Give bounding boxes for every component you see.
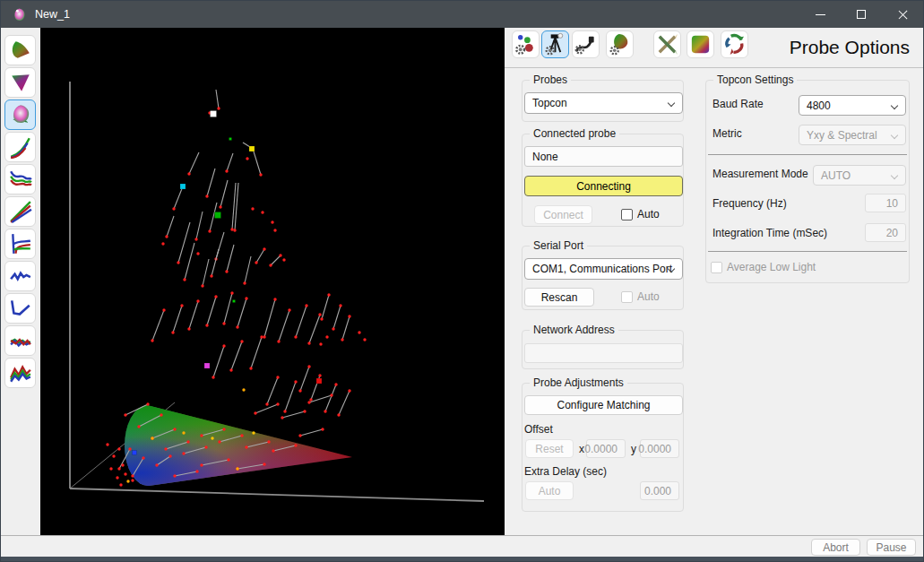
average-low-light-checkbox[interactable]: Average Low Light xyxy=(711,261,816,273)
network-address-group-label: Network Address xyxy=(530,324,618,336)
delay-auto-label: Auto xyxy=(539,485,561,497)
rescan-auto-checkbox[interactable]: Auto xyxy=(621,290,660,303)
integration-time-field[interactable]: 20 xyxy=(865,223,906,242)
serial-port-dropdown[interactable]: COM1, Communications Port xyxy=(524,258,683,280)
spike-curves-icon xyxy=(9,232,32,255)
rescan-button-label: Rescan xyxy=(541,291,578,304)
toolbar-gamut-gear[interactable] xyxy=(606,30,634,58)
rescan-button[interactable]: Rescan xyxy=(524,288,594,307)
pause-button-label: Pause xyxy=(876,541,906,554)
toolbar-divider xyxy=(505,67,923,68)
probes-dropdown-value: Topcon xyxy=(532,97,567,109)
rgb-mountain-icon xyxy=(9,361,32,385)
sidebar-item-gamut-triangle[interactable] xyxy=(4,67,36,98)
sidebar-item-rgb-tangle[interactable] xyxy=(4,325,36,356)
connecting-button-label: Connecting xyxy=(576,180,631,193)
blue-step-line-icon xyxy=(9,297,32,320)
sync-arrows-icon xyxy=(722,32,747,56)
average-low-light-label: Average Low Light xyxy=(727,261,816,273)
abort-button[interactable]: Abort xyxy=(811,539,860,556)
sidebar-item-spike-curves[interactable] xyxy=(4,229,36,259)
cable-gear-icon xyxy=(574,32,598,56)
offset-label: Offset xyxy=(524,423,553,436)
close-button[interactable] xyxy=(882,1,923,28)
maximize-icon xyxy=(857,10,866,19)
extra-delay-value: 0.000 xyxy=(644,485,671,497)
reset-button[interactable]: Reset xyxy=(525,439,574,458)
connect-auto-checkbox[interactable]: Auto xyxy=(621,208,660,220)
window-bottom-edge xyxy=(1,557,923,561)
toolbar-pencils[interactable] xyxy=(653,30,681,58)
titlebar: New_1 xyxy=(1,1,923,28)
offset-y-label: y xyxy=(631,443,636,455)
chevron-down-icon xyxy=(668,99,675,107)
metric-dropdown[interactable]: Yxy & Spectral xyxy=(799,125,906,145)
connected-probe-value: None xyxy=(532,151,558,163)
reset-button-label: Reset xyxy=(535,443,563,455)
delay-auto-button[interactable]: Auto xyxy=(525,481,574,500)
connected-probe-group: Connected probe None Connecting Connect … xyxy=(522,134,684,227)
sidebar-item-wavy-curves[interactable] xyxy=(4,164,36,195)
frequency-field[interactable]: 10 xyxy=(865,194,906,212)
probe-adjustments-group: Probe Adjustments Configure Matching Off… xyxy=(522,383,684,512)
minimize-button[interactable] xyxy=(799,1,841,28)
connect-auto-label: Auto xyxy=(637,208,660,220)
blue-zigzag-icon xyxy=(9,264,32,288)
toolbar-sync-arrows[interactable] xyxy=(721,30,748,58)
sidebar-item-diagonal-lines[interactable] xyxy=(4,196,36,227)
gamut-3d-view[interactable] xyxy=(40,28,505,535)
checkbox-icon xyxy=(711,262,722,273)
network-address-field[interactable] xyxy=(524,343,683,363)
offset-y-field[interactable]: 0.0000 xyxy=(640,439,679,458)
toolbar-probe-tripod-gear[interactable] xyxy=(541,30,569,58)
app-icon xyxy=(12,7,27,22)
toolbar-color-cube[interactable] xyxy=(687,30,714,58)
offset-x-label: x xyxy=(579,443,584,455)
sidebar-item-gamut-3d[interactable] xyxy=(4,99,36,130)
configure-matching-button[interactable]: Configure Matching xyxy=(524,395,683,415)
checkbox-icon xyxy=(621,209,633,220)
sidebar-item-blue-step-line[interactable] xyxy=(4,293,36,324)
maximize-button[interactable] xyxy=(841,1,882,28)
probe-adjustments-group-label: Probe Adjustments xyxy=(530,376,627,389)
settings-divider xyxy=(708,154,907,155)
pencils-icon xyxy=(655,32,679,56)
probe-tripod-gear-icon xyxy=(543,32,567,56)
minimize-icon xyxy=(816,14,825,15)
connected-probe-group-label: Connected probe xyxy=(530,127,619,140)
offset-y-value: 0.0000 xyxy=(638,443,671,455)
chevron-down-icon xyxy=(891,102,898,109)
pause-button[interactable]: Pause xyxy=(867,539,916,556)
measurement-mode-dropdown[interactable]: AUTO xyxy=(813,165,906,186)
connecting-button[interactable]: Connecting xyxy=(524,176,683,196)
gamut-triangle-icon xyxy=(9,71,32,94)
abort-button-label: Abort xyxy=(823,541,849,554)
sidebar-item-cie-horseshoe[interactable] xyxy=(4,35,36,65)
rescan-auto-label: Auto xyxy=(637,290,660,303)
probe-options-panel: Probe Options Probes Topcon Connected pr… xyxy=(505,28,923,535)
metric-value: Yxy & Spectral xyxy=(807,129,877,142)
sidebar-item-blue-zigzag[interactable] xyxy=(4,261,36,291)
measurement-mode-label: Measurement Mode xyxy=(712,168,808,180)
chevron-down-icon xyxy=(891,132,898,139)
sidebar-item-rgb-mountain[interactable] xyxy=(4,358,36,388)
probes-dropdown[interactable]: Topcon xyxy=(524,92,683,114)
color-cube-icon xyxy=(688,32,712,56)
topcon-settings-group: Topcon Settings Baud Rate 4800 Metric Yx… xyxy=(705,80,910,283)
statusbar: Abort Pause xyxy=(1,535,923,561)
connect-button-label: Connect xyxy=(543,209,583,221)
probes-group: Probes Topcon xyxy=(522,80,684,122)
toolbar-probes-dots-gear[interactable] xyxy=(512,30,540,58)
extra-delay-field[interactable]: 0.000 xyxy=(640,481,679,500)
connect-button[interactable]: Connect xyxy=(534,205,592,224)
serial-port-dropdown-value: COM1, Communications Port xyxy=(532,263,672,275)
integration-time-value: 20 xyxy=(886,227,898,239)
probes-dots-gear-icon xyxy=(514,32,538,56)
sidebar-item-rising-curves[interactable] xyxy=(4,132,36,162)
page-title: Probe Options xyxy=(790,37,910,58)
toolbar-cable-gear[interactable] xyxy=(572,30,600,58)
baud-rate-dropdown[interactable]: 4800 xyxy=(799,95,906,116)
window-title: New_1 xyxy=(35,8,70,21)
gamut-3d-icon xyxy=(9,103,32,126)
offset-x-field[interactable]: 0.0000 xyxy=(586,439,626,458)
